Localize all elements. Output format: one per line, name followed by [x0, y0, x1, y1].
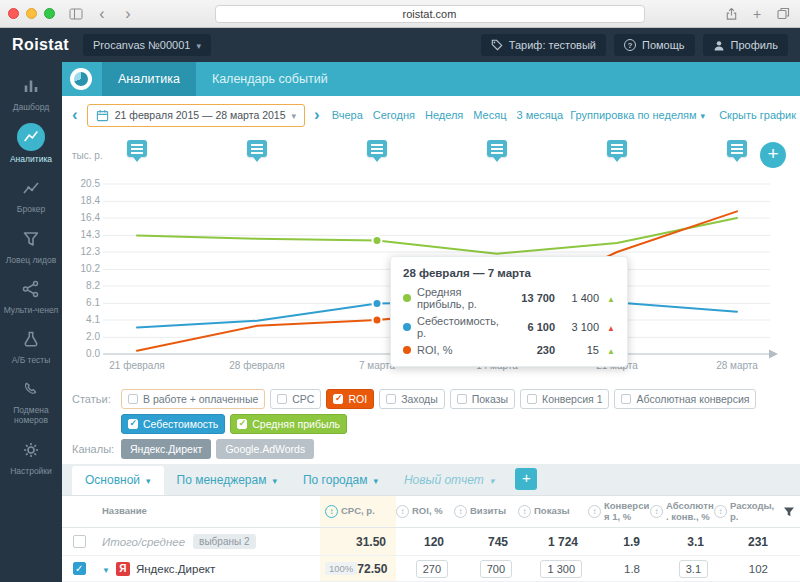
series-dot-profit	[403, 294, 411, 302]
chart-note-pin-icon[interactable]	[247, 140, 267, 157]
sort-icon[interactable]	[396, 505, 409, 518]
chart-note-pin-icon[interactable]	[487, 140, 507, 157]
new-tab-icon[interactable]	[748, 6, 766, 22]
metric-filters: Статьи: В работе + оплаченные CPC ROI За…	[62, 384, 800, 464]
dashboard-icon	[17, 73, 45, 99]
help-button[interactable]: Помощь	[614, 34, 695, 56]
col-header-cpc[interactable]: CPC, р.	[320, 496, 396, 527]
quicklink-3months[interactable]: 3 месяца	[516, 109, 563, 121]
sort-icon[interactable]	[650, 505, 663, 518]
report-tab-cities[interactable]: По городам	[290, 466, 391, 495]
chart-note-pin-icon[interactable]	[127, 140, 147, 157]
gear-icon	[17, 437, 45, 463]
sidebar-item-multichannel[interactable]: Мульти-ченел	[0, 271, 62, 321]
chip-cpc[interactable]: CPC	[270, 389, 321, 409]
profile-button[interactable]: Профиль	[703, 34, 789, 56]
share-icon[interactable]	[722, 6, 740, 22]
chip-average-profit[interactable]: Средняя прибыль	[230, 414, 347, 434]
col-header-conversion[interactable]: Конверсия 1, %	[588, 496, 650, 527]
y-axis-unit-label: тыс. р.	[72, 150, 103, 161]
project-selector[interactable]: Procanvas №00001	[83, 34, 211, 56]
channel-yandex-direct[interactable]: Яндекс.Директ	[121, 439, 211, 459]
add-report-button[interactable]	[515, 468, 537, 490]
quicklink-yesterday[interactable]: Вчера	[332, 109, 363, 121]
chart-note-pin-icon[interactable]	[367, 140, 387, 157]
close-button[interactable]	[8, 8, 19, 19]
sort-icon[interactable]	[518, 505, 531, 518]
row-checkbox[interactable]	[73, 562, 86, 575]
url-bar[interactable]: roistat.com	[215, 5, 645, 23]
sidebar-item-ab-tests[interactable]: А/Б тесты	[0, 321, 62, 371]
sort-icon[interactable]	[454, 505, 467, 518]
quicklink-today[interactable]: Сегодня	[373, 109, 415, 121]
tab-analytics[interactable]: Аналитика	[102, 62, 196, 96]
row-shows-plan[interactable]: 1 300	[540, 560, 582, 578]
prev-period-button[interactable]	[70, 105, 80, 125]
chart-note-pin-icon[interactable]	[607, 140, 627, 157]
report-tab-managers[interactable]: По менеджерам	[164, 466, 290, 495]
col-header-abs-conversion[interactable]: Абсолютн. конв., %	[650, 496, 714, 527]
sidebar-item-dashboard[interactable]: Дашборд	[0, 68, 62, 118]
sidebar-item-analytics[interactable]: Аналитика	[0, 118, 62, 170]
sidebar-item-leadcatcher[interactable]: Ловец лидов	[0, 221, 62, 271]
report-tab-main[interactable]: Основной	[72, 466, 164, 495]
row-visits-plan[interactable]: 700	[480, 560, 512, 578]
tariff-button[interactable]: Тариф: тестовый	[481, 34, 606, 56]
col-header-visits[interactable]: Визиты	[454, 496, 518, 527]
chevron-down-icon	[490, 473, 495, 487]
col-header-expenses[interactable]: Расходы, р.	[714, 496, 778, 527]
back-icon[interactable]	[93, 6, 111, 22]
chip-roi[interactable]: ROI	[326, 389, 374, 409]
header-checkbox-cell	[62, 496, 96, 527]
tabs-overview-icon[interactable]	[774, 6, 792, 22]
tab-events-calendar[interactable]: Календарь событий	[196, 62, 344, 96]
zoom-button[interactable]	[44, 8, 55, 19]
column-filter-icon[interactable]	[778, 496, 800, 527]
col-header-name[interactable]: Название	[96, 496, 320, 527]
next-period-button[interactable]	[312, 105, 322, 125]
select-all-checkbox[interactable]	[73, 535, 86, 548]
sort-icon[interactable]	[325, 505, 338, 518]
row-abs-conversion-plan[interactable]: 3.1	[679, 560, 708, 578]
sort-icon[interactable]	[714, 505, 727, 518]
chip-in-progress-paid[interactable]: В работе + оплаченные	[121, 389, 265, 409]
note-lines-icon	[491, 144, 503, 146]
channel-google-adwords[interactable]: Google.AdWords	[216, 439, 314, 459]
quicklink-week[interactable]: Неделя	[425, 109, 463, 121]
chip-absolute-conversion[interactable]: Абсолютная конверсия	[614, 389, 756, 409]
sort-icon[interactable]	[588, 505, 601, 518]
channel-name[interactable]: Яндекс.Директ	[136, 563, 215, 575]
report-tab-new[interactable]: Новый отчет	[391, 466, 507, 495]
sidebar-toggle-icon[interactable]	[67, 6, 85, 22]
grouping-select[interactable]: Группировка по неделям	[570, 109, 705, 121]
sidebar-item-call-tracking[interactable]: Подмена номеров	[0, 371, 62, 431]
sidebar-item-broker[interactable]: Брокер	[0, 170, 62, 220]
y-axis-tick: 14.3	[62, 229, 100, 240]
hide-chart-link[interactable]: Скрыть график	[719, 109, 796, 121]
forward-icon[interactable]	[119, 6, 137, 22]
col-header-roi[interactable]: ROI, %	[396, 496, 454, 527]
row-expander-icon[interactable]	[102, 563, 110, 575]
row-roi-plan[interactable]: 270	[416, 560, 448, 578]
chip-impressions[interactable]: Показы	[450, 389, 515, 409]
col-header-shows[interactable]: Показы	[518, 496, 588, 527]
note-lines-icon	[371, 144, 383, 146]
chip-conversion-1[interactable]: Конверсия 1	[520, 389, 609, 409]
date-range-picker[interactable]: 21 февраля 2015 — 28 марта 2015	[87, 104, 305, 127]
trend-up-icon	[605, 321, 615, 333]
chart-tooltip: 28 февраля — 7 марта Средняя прибыль, р.…	[390, 256, 628, 367]
minimize-button[interactable]	[26, 8, 37, 19]
chart-note-pin-icon[interactable]	[727, 140, 747, 157]
note-lines-icon	[131, 144, 143, 146]
quicklink-month[interactable]: Месяц	[473, 109, 506, 121]
roistat-logo: Roistat	[12, 36, 69, 54]
add-metric-button[interactable]	[760, 142, 786, 168]
sidebar-item-settings[interactable]: Настройки	[0, 432, 62, 482]
broker-icon	[17, 175, 45, 201]
chip-visits-in[interactable]: Заходы	[379, 389, 445, 409]
checkbox-icon	[128, 394, 138, 404]
chevron-down-icon	[373, 473, 378, 487]
person-icon	[713, 39, 725, 52]
chip-cost[interactable]: Себестоимость	[121, 414, 225, 434]
selected-count-badge: выбраны 2	[193, 534, 255, 549]
